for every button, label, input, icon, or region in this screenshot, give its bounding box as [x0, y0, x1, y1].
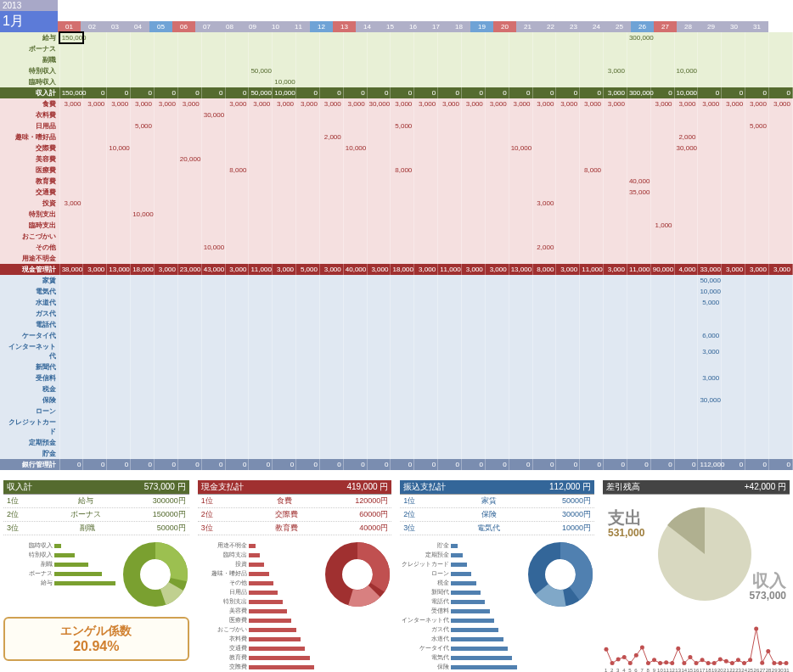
cell[interactable]	[674, 384, 698, 395]
cell[interactable]	[273, 308, 296, 319]
cell[interactable]	[768, 176, 792, 187]
cell[interactable]	[177, 308, 201, 319]
cell[interactable]	[556, 242, 580, 253]
cell[interactable]	[556, 54, 580, 65]
cell[interactable]	[580, 198, 604, 209]
cell[interactable]	[155, 319, 178, 330]
cell[interactable]	[485, 154, 509, 165]
day-23[interactable]: 23	[562, 21, 585, 32]
day-26[interactable]: 26	[631, 21, 654, 32]
month-selector[interactable]: 2013 1月	[0, 0, 58, 32]
cell[interactable]	[509, 361, 532, 372]
cell[interactable]	[131, 253, 155, 264]
cell[interactable]	[414, 361, 438, 372]
cell[interactable]	[532, 209, 556, 220]
cell[interactable]	[650, 187, 674, 198]
cell[interactable]	[107, 165, 131, 176]
cell[interactable]	[249, 253, 273, 264]
cell[interactable]	[249, 384, 273, 395]
cell[interactable]	[580, 297, 604, 308]
cell[interactable]	[83, 32, 107, 43]
cell[interactable]	[627, 165, 650, 176]
cell[interactable]	[438, 406, 462, 417]
cell[interactable]	[604, 319, 627, 330]
cell[interactable]: 3,000	[177, 98, 201, 109]
cell[interactable]	[604, 176, 627, 187]
cell[interactable]	[556, 341, 580, 361]
cell[interactable]	[343, 198, 367, 209]
day-01[interactable]: 01	[58, 21, 81, 32]
cell[interactable]	[604, 372, 627, 384]
cell[interactable]	[722, 187, 745, 198]
cell[interactable]	[59, 231, 83, 242]
cell[interactable]	[273, 198, 296, 209]
cell[interactable]	[107, 120, 131, 132]
cell[interactable]	[391, 297, 414, 308]
cell[interactable]	[131, 384, 155, 395]
cell[interactable]	[580, 417, 604, 437]
cell[interactable]	[556, 43, 580, 54]
cell[interactable]	[627, 395, 650, 406]
cell[interactable]: 3,000	[273, 98, 296, 109]
cell[interactable]	[249, 341, 273, 361]
cell[interactable]	[319, 120, 343, 132]
cell[interactable]	[131, 308, 155, 319]
cell[interactable]: 3,000	[296, 98, 320, 109]
cell[interactable]	[131, 437, 155, 448]
cell[interactable]	[83, 308, 107, 319]
cell[interactable]	[509, 43, 532, 54]
cell[interactable]	[296, 341, 320, 361]
cell[interactable]	[319, 32, 343, 43]
cell[interactable]	[201, 165, 225, 176]
cell[interactable]	[604, 242, 627, 253]
cell[interactable]	[343, 120, 367, 132]
cell[interactable]	[201, 297, 225, 308]
cell[interactable]	[722, 242, 745, 253]
cell[interactable]	[604, 120, 627, 132]
cell[interactable]	[391, 176, 414, 187]
cell[interactable]	[107, 231, 131, 242]
cell[interactable]	[698, 308, 722, 319]
cell[interactable]	[155, 253, 178, 264]
cell[interactable]	[509, 231, 532, 242]
day-17[interactable]: 17	[425, 21, 447, 32]
cell[interactable]	[556, 330, 580, 341]
cell[interactable]	[509, 275, 532, 286]
cell[interactable]	[201, 98, 225, 109]
cell[interactable]	[722, 76, 745, 87]
cell[interactable]	[273, 275, 296, 286]
cell[interactable]	[391, 198, 414, 209]
cell[interactable]	[273, 220, 296, 231]
cell[interactable]	[131, 154, 155, 165]
cell[interactable]	[391, 372, 414, 384]
cell[interactable]	[580, 361, 604, 372]
cell[interactable]: 10,000	[343, 143, 367, 154]
cell[interactable]	[438, 43, 462, 54]
cell[interactable]	[59, 120, 83, 132]
cell[interactable]	[674, 165, 698, 176]
cell[interactable]	[319, 395, 343, 406]
cell[interactable]	[59, 275, 83, 286]
cell[interactable]	[745, 395, 769, 406]
cell[interactable]	[201, 132, 225, 143]
cell[interactable]	[343, 220, 367, 231]
cell[interactable]	[225, 154, 249, 165]
cell[interactable]	[319, 65, 343, 76]
cell[interactable]	[273, 417, 296, 437]
day-29[interactable]: 29	[700, 21, 723, 32]
cell[interactable]	[107, 395, 131, 406]
cell[interactable]	[627, 209, 650, 220]
cell[interactable]	[674, 308, 698, 319]
cell[interactable]	[201, 253, 225, 264]
cell[interactable]	[650, 176, 674, 187]
cell[interactable]	[650, 297, 674, 308]
cell[interactable]	[650, 132, 674, 143]
cell[interactable]	[556, 143, 580, 154]
cell[interactable]	[343, 231, 367, 242]
cell[interactable]: 10,000	[509, 143, 532, 154]
cell[interactable]	[698, 187, 722, 198]
cell[interactable]: 3,000	[650, 98, 674, 109]
day-25[interactable]: 25	[608, 21, 631, 32]
cell[interactable]	[249, 417, 273, 437]
cell[interactable]	[722, 319, 745, 330]
